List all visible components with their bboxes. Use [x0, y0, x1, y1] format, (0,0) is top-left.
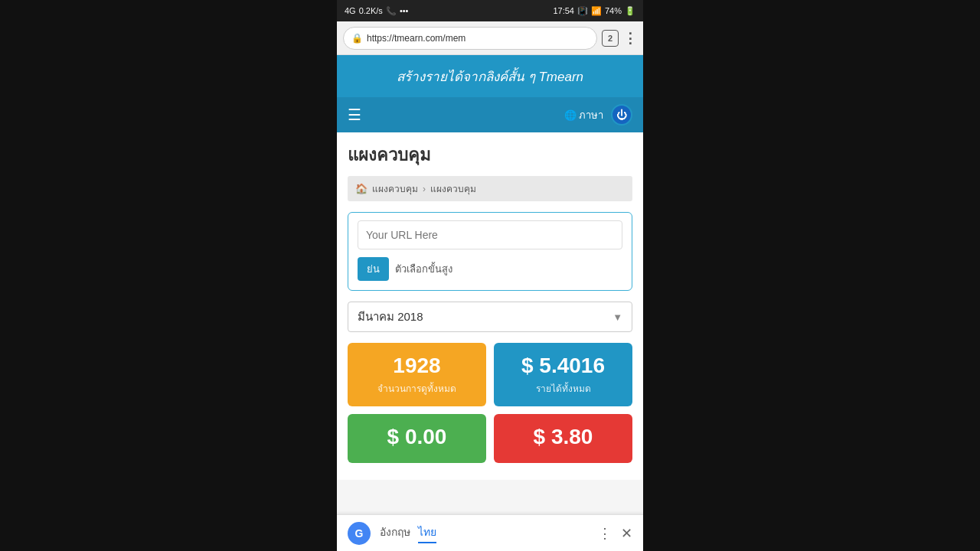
- translate-languages: อังกฤษ ไทย: [380, 523, 589, 543]
- dropdown-arrow-icon: ▼: [612, 311, 622, 323]
- breadcrumb-home-icon: 🏠: [355, 183, 368, 194]
- nav-bar: ☰ 🌐 ภาษา ⏻: [337, 97, 643, 132]
- translate-more-icon[interactable]: ⋮: [598, 525, 612, 542]
- call-icon: 📞: [386, 6, 397, 16]
- stat-card-earnings: $ 5.4016 รายได้ทั้งหมด: [494, 343, 632, 406]
- breadcrumb-separator: ›: [423, 184, 426, 194]
- stats-row-2: $ 0.00 $ 3.80: [348, 414, 632, 463]
- translate-close-icon[interactable]: ✕: [621, 525, 632, 542]
- browser-bar: 🔒 https://tmearn.com/mem 2 ⋮: [337, 21, 643, 55]
- tab-count[interactable]: 2: [602, 30, 619, 47]
- phone-frame: 4G 0.2K/s 📞 ••• 17:54 📳 📶 74% 🔋 🔒 https:…: [337, 0, 643, 551]
- site-header: สร้างรายได้จากลิงค์สั้น ๆ Tmearn: [337, 55, 643, 97]
- vibrate-icon: 📳: [577, 6, 588, 16]
- status-bar: 4G 0.2K/s 📞 ••• 17:54 📳 📶 74% 🔋: [337, 0, 643, 21]
- browser-menu-icon[interactable]: ⋮: [623, 30, 637, 47]
- content-area: สร้างรายได้จากลิงค์สั้น ๆ Tmearn ☰ 🌐 ภาษ…: [337, 55, 643, 514]
- lang-option-thai[interactable]: ไทย: [418, 523, 436, 543]
- breadcrumb: 🏠 แผงควบคุม › แผงควบคุม: [348, 176, 632, 201]
- power-button[interactable]: ⏻: [611, 104, 632, 126]
- google-translate-icon: G: [348, 522, 371, 545]
- speed-indicator: 0.2K/s: [359, 6, 383, 15]
- earnings-value: $ 5.4016: [501, 354, 625, 378]
- shorten-button[interactable]: ย่น: [358, 257, 389, 281]
- advanced-option-label: ตัวเลือกขั้นสูง: [395, 261, 452, 277]
- url-bar[interactable]: 🔒 https://tmearn.com/mem: [343, 27, 597, 50]
- language-button[interactable]: 🌐 ภาษา: [564, 107, 603, 123]
- url-card: ย่น ตัวเลือกขั้นสูง: [348, 212, 632, 291]
- stat4-value: $ 3.80: [501, 425, 625, 449]
- battery-display: 74%: [605, 6, 622, 15]
- lock-icon: 🔒: [351, 33, 363, 44]
- breadcrumb-current: แผงควบคุม: [430, 181, 476, 196]
- more-icon: •••: [400, 6, 409, 15]
- battery-icon: 🔋: [625, 6, 635, 16]
- lang-label: ภาษา: [579, 107, 603, 123]
- url-text: https://tmearn.com/mem: [367, 33, 466, 44]
- selected-month: มีนาคม 2018: [358, 308, 423, 326]
- views-value: 1928: [355, 354, 479, 378]
- stat-card-views: 1928 จำนวนการดูทั้งหมด: [348, 343, 486, 406]
- bottom-translate-bar: G อังกฤษ ไทย ⋮ ✕: [337, 514, 643, 551]
- month-selector[interactable]: มีนาคม 2018 ▼: [348, 302, 632, 332]
- hamburger-icon[interactable]: ☰: [348, 106, 361, 124]
- wifi-icon: 📶: [591, 6, 602, 16]
- time-display: 17:54: [553, 6, 574, 15]
- site-title: สร้างรายได้จากลิงค์สั้น ๆ Tmearn: [397, 70, 583, 84]
- status-right: 17:54 📳 📶 74% 🔋: [553, 6, 635, 16]
- globe-icon: 🌐: [564, 109, 577, 121]
- stat-card-4: $ 3.80: [494, 414, 632, 463]
- views-label: จำนวนการดูทั้งหมด: [355, 381, 479, 396]
- earnings-label: รายได้ทั้งหมด: [501, 381, 625, 396]
- nav-right: 🌐 ภาษา ⏻: [564, 104, 632, 126]
- page-title: แผงควบคุม: [348, 142, 632, 168]
- stat-card-3: $ 0.00: [348, 414, 486, 463]
- lang-option-english[interactable]: อังกฤษ: [380, 523, 410, 543]
- signal-indicator: 4G: [345, 6, 356, 15]
- stat3-value: $ 0.00: [355, 425, 479, 449]
- status-left: 4G 0.2K/s 📞 •••: [345, 6, 408, 16]
- url-input[interactable]: [358, 220, 622, 249]
- shorten-row: ย่น ตัวเลือกขั้นสูง: [358, 257, 622, 281]
- stats-row-1: 1928 จำนวนการดูทั้งหมด $ 5.4016 รายได้ทั…: [348, 343, 632, 406]
- breadcrumb-home: แผงควบคุม: [372, 181, 418, 196]
- page-content: แผงควบคุม 🏠 แผงควบคุม › แผงควบคุม ย่น ตั…: [337, 132, 643, 480]
